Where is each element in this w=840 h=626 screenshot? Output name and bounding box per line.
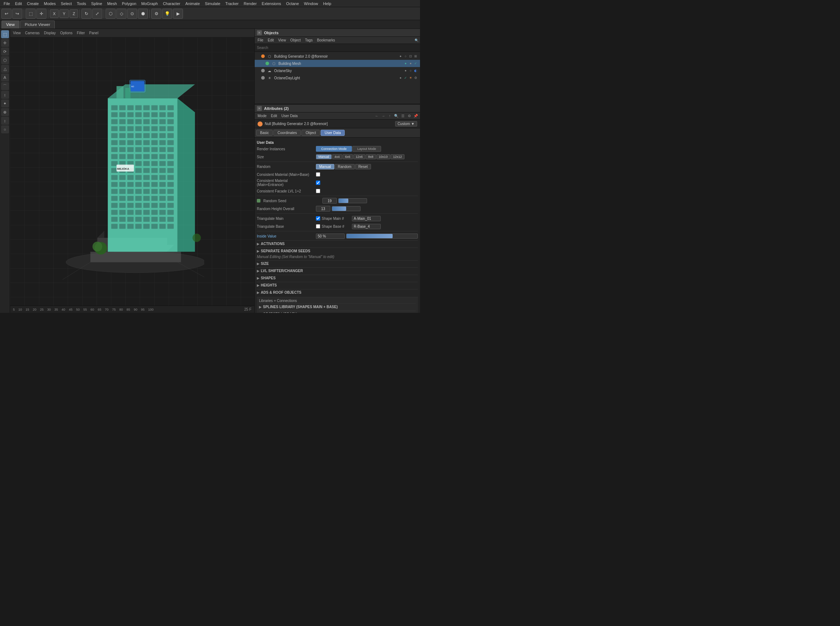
null-color-button[interactable] <box>258 122 262 127</box>
random-height-input[interactable] <box>316 206 330 211</box>
random-btn-manual[interactable]: Manual <box>316 164 334 169</box>
attr-pin-icon[interactable]: 📌 <box>413 113 418 119</box>
obj-ctrl-dl-gear[interactable]: ⚙ <box>414 76 418 80</box>
select-tool-button[interactable]: ⬚ <box>26 9 36 19</box>
attr-menu-userdata[interactable]: User Data <box>280 114 299 118</box>
objects-search-input[interactable] <box>257 46 418 50</box>
object-item-building-mesh[interactable]: ⬡ Building Mesh ● ● ✓ <box>254 60 420 67</box>
object-button[interactable]: ⬢ <box>138 9 148 19</box>
random-seed-input[interactable] <box>322 198 337 203</box>
polygon-button[interactable]: ⬡ <box>106 9 116 19</box>
obj-ctrl-vis1[interactable]: ● <box>398 54 403 58</box>
objects-panel-close[interactable]: ✕ <box>257 30 262 35</box>
viewport-menu-filter[interactable]: Filter <box>75 31 86 35</box>
objects-menu-edit[interactable]: Edit <box>266 38 275 42</box>
menu-extensions[interactable]: Extensions <box>260 0 284 7</box>
menu-modes[interactable]: Modes <box>42 0 58 7</box>
obj-ctrl-sky-vis2[interactable]: ○ <box>409 69 413 73</box>
object-item-octane-sky[interactable]: ☁ OctaneSky ● ○ ◐ <box>254 67 420 74</box>
menu-render[interactable]: Render <box>241 0 259 7</box>
sidebar-icon-circle[interactable]: ○ <box>1 125 9 133</box>
splines-library-section[interactable]: ▶ SPLINES LIBRARY (SHAPES MAIN + BASE) <box>259 304 416 310</box>
rotate-button[interactable]: ↻ <box>81 9 92 19</box>
objects-menu-object[interactable]: Object <box>289 38 302 42</box>
viewport-menu-cameras[interactable]: Cameras <box>24 31 41 35</box>
object-item-octane-daylight[interactable]: ☀ OctaneDayLight ● ✓ ☀ ⚙ <box>254 74 420 81</box>
sidebar-icon-camera[interactable]: ⬚ <box>1 30 9 38</box>
undo-button[interactable]: ↩ <box>2 9 11 19</box>
menu-octane[interactable]: Octane <box>284 0 301 7</box>
menu-tools[interactable]: Tools <box>75 0 88 7</box>
menu-file[interactable]: File <box>2 0 12 7</box>
z-axis-button[interactable]: Z <box>70 9 78 18</box>
size-btn-manual[interactable]: Manual <box>316 154 332 159</box>
sidebar-icon-scale[interactable]: ⬡ <box>1 56 9 64</box>
lights-button[interactable]: 💡 <box>162 9 172 19</box>
size-section[interactable]: ▶ SIZE <box>257 260 418 267</box>
sidebar-icon-text[interactable]: A <box>1 74 9 81</box>
scale-button[interactable]: ⤢ <box>92 9 102 19</box>
random-height-slider[interactable] <box>332 206 361 211</box>
y-axis-button[interactable]: Y <box>59 9 69 18</box>
settings-button[interactable]: ⚙ <box>151 9 161 19</box>
menu-select[interactable]: Select <box>59 0 74 7</box>
attr-search-icon[interactable]: 🔍 <box>393 113 399 119</box>
attr-tab-userdata[interactable]: User Data <box>320 130 345 136</box>
sidebar-icon-transform[interactable]: ✦ <box>1 99 9 107</box>
lvl-shifter-section[interactable]: ▶ LVL SHIFTER/CHANGER <box>257 268 418 274</box>
menu-mograph[interactable]: MoGraph <box>139 0 160 7</box>
attr-menu-mode[interactable]: Mode <box>256 114 268 118</box>
menu-animate[interactable]: Animate <box>183 0 202 7</box>
obj-ctrl-more[interactable]: ⊞ <box>414 54 418 58</box>
shapes-section[interactable]: ▶ SHAPES <box>257 275 418 281</box>
size-btn-10x10[interactable]: 10x10 <box>376 154 390 159</box>
x-axis-button[interactable]: X <box>50 9 59 18</box>
viewport-canvas[interactable]: MEJÓKA AD <box>10 38 254 306</box>
attr-list-icon[interactable]: ☰ <box>400 113 406 119</box>
menu-polygon[interactable]: Polygon <box>120 0 139 7</box>
render-button[interactable]: ▶ <box>173 9 183 19</box>
layout-mode-btn[interactable]: Layout Mode <box>352 146 381 152</box>
obj-ctrl-sky-tag[interactable]: ◐ <box>414 69 418 73</box>
triangulate-main-checkbox[interactable] <box>316 216 320 221</box>
attr-nav-up[interactable]: ↑ <box>387 113 393 119</box>
attr-menu-edit[interactable]: Edit <box>269 114 278 118</box>
sidebar-icon-deform[interactable]: ↕ <box>1 91 9 99</box>
inside-value-slider[interactable] <box>346 233 418 239</box>
random-seed-slider[interactable] <box>338 198 367 203</box>
sidebar-icon-spline[interactable]: ⌒ <box>1 82 9 90</box>
objects-menu-file[interactable]: File <box>256 38 265 42</box>
attr-settings-icon[interactable]: ⚙ <box>406 113 412 119</box>
triangulate-base-checkbox[interactable] <box>316 224 320 228</box>
menu-help[interactable]: Help <box>321 0 334 7</box>
menu-spline[interactable]: Spline <box>89 0 105 7</box>
objects-library-section[interactable]: ▶ OBJECTS LIBRARY <box>259 311 416 313</box>
objects-menu-view[interactable]: View <box>276 38 287 42</box>
viewport-menu-panel[interactable]: Panel <box>88 31 100 35</box>
obj-ctrl-dl-vis1[interactable]: ● <box>398 76 403 80</box>
activations-section[interactable]: ▶ ACTIVATIONS <box>257 240 418 247</box>
sidebar-icon-snap[interactable]: ⊕ <box>1 108 9 116</box>
obj-ctrl-dl-sun[interactable]: ☀ <box>409 76 413 80</box>
obj-ctrl-mesh-vis2[interactable]: ● <box>409 61 413 66</box>
menu-create[interactable]: Create <box>25 0 41 7</box>
tab-view[interactable]: View <box>2 20 19 28</box>
point-button[interactable]: ⊙ <box>127 9 137 19</box>
obj-ctrl-dl-check[interactable]: ✓ <box>403 76 408 80</box>
objects-menu-bookmarks[interactable]: Bookmarks <box>315 38 336 42</box>
objects-search-icon[interactable]: 🔍 <box>414 38 418 42</box>
objects-menu-tags[interactable]: Tags <box>304 38 314 42</box>
obj-ctrl-mesh-vis1[interactable]: ● <box>403 61 408 66</box>
move-tool-button[interactable]: ✛ <box>36 9 47 19</box>
size-btn-4x4[interactable]: 4x4 <box>332 154 343 159</box>
edge-button[interactable]: ◇ <box>116 9 126 19</box>
attr-tab-basic[interactable]: Basic <box>256 130 273 136</box>
object-item-building-generator[interactable]: ⬡ Building Generator 2.0 @florenoir ● ○ … <box>254 53 420 60</box>
consistent-mat-mb-checkbox[interactable] <box>316 172 320 177</box>
attr-nav-back[interactable]: ← <box>374 113 379 119</box>
consistent-mat-me-checkbox[interactable] <box>316 180 320 185</box>
random-btn-random[interactable]: Random <box>335 164 355 169</box>
menu-edit[interactable]: Edit <box>13 0 24 7</box>
size-btn-12x12[interactable]: 12x12 <box>390 154 404 159</box>
obj-ctrl-sky-vis1[interactable]: ● <box>403 69 408 73</box>
